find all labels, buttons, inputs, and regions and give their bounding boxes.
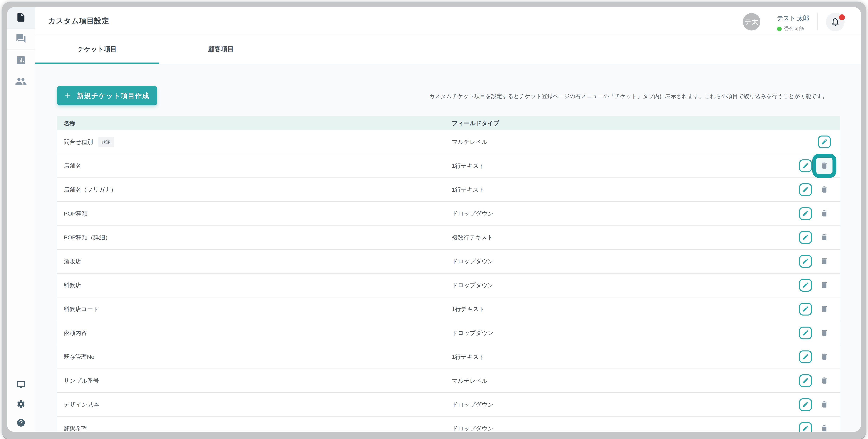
field-name-label: 店舗名 (64, 162, 81, 170)
delete-button-highlight (814, 347, 834, 367)
sidebar-item-settings[interactable] (7, 400, 35, 409)
field-name: 依頼内容 (64, 321, 87, 345)
trash-icon (820, 424, 829, 432)
edit-button[interactable] (799, 159, 812, 172)
status-dot (777, 27, 782, 31)
table-header: 名称 フィールドタイプ (57, 116, 840, 130)
edit-button[interactable] (799, 279, 812, 292)
sidebar-item-customers[interactable] (7, 71, 35, 93)
sidebar-item-tickets[interactable] (7, 7, 35, 29)
chat-icon (16, 33, 26, 45)
field-name-label: 問合せ種別 (64, 138, 93, 146)
tab-customer-fields[interactable]: 顧客項目 (159, 35, 283, 64)
field-name-label: デザイン見本 (64, 401, 99, 409)
field-name-label: 翻訳希望 (64, 425, 87, 432)
document-icon (16, 12, 26, 23)
pencil-icon (802, 234, 809, 241)
field-name-label: 店舗名（フリガナ） (64, 186, 117, 194)
trash-icon (820, 233, 829, 242)
create-ticket-field-button[interactable]: + 新規チケット項目作成 (57, 86, 157, 106)
edit-button[interactable] (799, 231, 812, 244)
edit-button[interactable] (799, 374, 812, 387)
column-header-type: フィールドタイプ (452, 116, 499, 130)
help-icon (16, 418, 26, 428)
app-window: カスタム項目設定 テ太 テスト 太郎 受付可能 チケット項目 顧客項目 + 新規… (7, 7, 861, 432)
sidebar-item-reports[interactable] (7, 50, 35, 71)
table-row: デザイン見本 ドロップダウン (57, 393, 840, 417)
field-name: 料飲店 (64, 273, 81, 297)
gear-icon (16, 400, 26, 409)
pencil-icon (802, 210, 809, 217)
edit-button[interactable] (799, 350, 812, 363)
trash-icon (820, 209, 829, 218)
pencil-icon (802, 305, 809, 313)
field-name: 既存管理No (64, 345, 94, 369)
edit-button[interactable] (799, 255, 812, 268)
delete-button[interactable] (820, 209, 829, 218)
field-name-label: 料飲店 (64, 281, 81, 289)
field-name: 酒販店 (64, 250, 81, 273)
status-label: 受付可能 (784, 25, 804, 32)
default-badge: 既定 (98, 137, 114, 147)
pencil-icon (802, 186, 809, 194)
header-divider (817, 12, 817, 30)
pencil-icon (802, 377, 809, 385)
field-name: デザイン見本 (64, 393, 99, 416)
edit-button[interactable] (799, 398, 812, 411)
people-icon (15, 76, 27, 88)
delete-button-highlight (814, 275, 834, 295)
sidebar-item-chats[interactable] (7, 29, 35, 50)
delete-button-highlight (814, 323, 834, 343)
delete-button-highlight (814, 418, 834, 432)
delete-button[interactable] (820, 281, 829, 290)
delete-button-highlight (814, 203, 834, 224)
delete-button[interactable] (820, 162, 829, 170)
edit-button[interactable] (799, 183, 812, 196)
pencil-icon (821, 138, 828, 146)
delete-button[interactable] (820, 377, 829, 385)
delete-button[interactable] (820, 185, 829, 194)
edit-button[interactable] (799, 422, 812, 432)
delete-button[interactable] (820, 233, 829, 242)
avatar[interactable]: テ太 (743, 13, 760, 30)
sidebar-item-monitor[interactable] (7, 380, 35, 391)
bar-chart-icon (16, 55, 26, 66)
sidebar-item-help[interactable] (7, 418, 35, 428)
page-description: カスタムチケット項目を設定するとチケット登録ページの右メニューの「チケット」タブ… (429, 93, 828, 100)
field-name: 翻訳希望 (64, 417, 87, 432)
field-type: 複数行テキスト (452, 226, 493, 249)
table-row: 酒販店 ドロップダウン (57, 250, 840, 273)
field-name: 店舗名（フリガナ） (64, 178, 117, 201)
custom-fields-table: 名称 フィールドタイプ 問合せ種別 既定 マルチレベル 店舗名 1行テキスト (57, 116, 840, 432)
delete-button[interactable] (820, 424, 829, 432)
edit-button[interactable] (799, 207, 812, 220)
pencil-icon (802, 329, 809, 337)
delete-button[interactable] (820, 305, 829, 314)
field-type: 1行テキスト (452, 154, 485, 177)
tab-ticket-fields[interactable]: チケット項目 (35, 35, 159, 64)
trash-icon (820, 353, 829, 361)
pencil-icon (802, 282, 809, 289)
trash-icon (820, 185, 829, 194)
trash-icon (820, 162, 829, 170)
trash-icon (820, 257, 829, 266)
delete-button[interactable] (820, 400, 829, 409)
pencil-icon (802, 353, 809, 361)
field-name: POP種類（詳細） (64, 226, 111, 249)
field-type: ドロップダウン (452, 417, 494, 432)
table-row: 店舗名（フリガナ） 1行テキスト (57, 178, 840, 202)
bell-icon (830, 17, 840, 27)
sidebar (7, 7, 35, 432)
delete-button[interactable] (820, 329, 829, 338)
edit-button[interactable] (818, 136, 831, 148)
table-row: 店舗名 1行テキスト (57, 154, 840, 178)
table-row: 料飲店 ドロップダウン (57, 273, 840, 297)
delete-button[interactable] (820, 257, 829, 266)
pencil-icon (802, 401, 809, 409)
create-button-label: 新規チケット項目作成 (77, 91, 149, 100)
delete-button[interactable] (820, 353, 829, 361)
pencil-icon (802, 425, 809, 432)
edit-button[interactable] (799, 327, 812, 340)
field-name-label: 料飲店コード (64, 305, 99, 313)
edit-button[interactable] (799, 303, 812, 316)
